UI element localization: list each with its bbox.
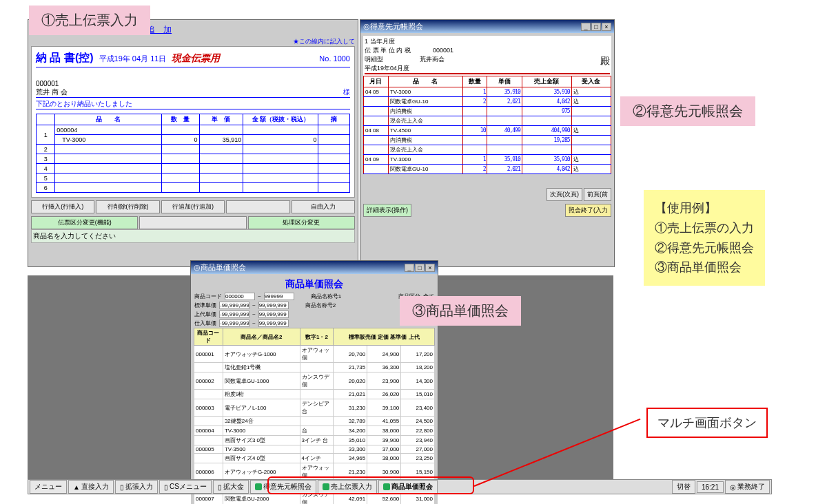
min-icon[interactable]: _ (405, 264, 414, 272)
std-to[interactable] (258, 302, 289, 309)
table-row[interactable]: 5 (37, 174, 350, 183)
usage-title: 【使用例】 (655, 198, 754, 218)
table-row[interactable]: 4 (37, 164, 350, 174)
lc4: 売上金額 (522, 76, 571, 87)
price-titlebar[interactable]: ◎ 商品単価照会 _□× (191, 261, 438, 274)
pc0: 商品コード (194, 328, 223, 346)
tb-zoom[interactable]: ▯拡大金 (213, 480, 249, 494)
lc1: 品 名 (388, 76, 462, 87)
table-row[interactable]: 内消費税975 (364, 107, 611, 116)
lc0: 月日 (364, 76, 389, 87)
table-row[interactable]: 現金売上入金 (364, 116, 611, 126)
tb-cs[interactable]: ▯CSメニュー (159, 480, 212, 494)
price-title: 商品単価照会 (194, 277, 435, 292)
lh3r: 殿 (600, 55, 610, 67)
multi-highlight (267, 476, 474, 494)
price-wtitle: 商品単価照会 (201, 262, 246, 273)
table-row[interactable]: 04 09TV-3000135,91035,910込 (364, 155, 611, 165)
cust-name: 荒井 商 会 (36, 87, 68, 97)
slip-no: No. 1000 (319, 54, 350, 63)
ledger-detail[interactable]: 詳細表示(操作) (363, 204, 411, 217)
fn-delete[interactable]: 行削除(行削除) (96, 200, 159, 213)
fl-r2: 商品名称号2 (305, 302, 336, 309)
ledger-prev[interactable]: 前頁(前 (584, 188, 611, 201)
min-icon[interactable]: _ (581, 23, 591, 31)
window-sales-slip: 票区分 現金売上 処理区分 追 加 ★この線内に記入して 納 品 書(控) 平成… (28, 19, 358, 267)
close-icon[interactable]: × (425, 264, 435, 272)
ledger-end[interactable]: 照会終了(入力 (565, 204, 611, 217)
anno-3: ③商品単価照会 (400, 296, 521, 326)
up-to[interactable] (258, 311, 289, 318)
table-row[interactable]: 粉度9桁 21,02126,02015,010 (194, 390, 435, 399)
table-row[interactable]: 000004TV-3000 台34,20038,00022,800 (194, 426, 435, 436)
table-row[interactable]: 04 08TV-45001040,499404,990込 (364, 126, 611, 136)
ledger-next[interactable]: 次頁(次頁) (547, 188, 582, 201)
table-row[interactable]: 000002関数電卓GU-1000カンスウデ 個20,02023,90014,3… (194, 372, 435, 390)
ledger-title: 得意先元帳照会 (370, 21, 423, 32)
table-row[interactable]: 2 (37, 145, 350, 154)
table-row[interactable]: 画面サイズ3 0型3インチ 台35,01039,90023,940 (194, 436, 435, 445)
ledger-titlebar[interactable]: ◎ 得意先元帳照会 _□× (360, 20, 614, 33)
table-row[interactable]: 6 (37, 183, 350, 193)
table-row[interactable]: 3 (37, 154, 350, 164)
table-row[interactable]: 32鍵盤24音 32,78941,05524,500 (194, 417, 435, 426)
lc2: 数量 (462, 76, 487, 87)
cust-code: 000001 (36, 80, 350, 87)
slip-title: 納 品 書(控) (36, 51, 94, 65)
up-from[interactable] (219, 311, 249, 318)
fn-prockind[interactable]: 処理区分変更 (248, 216, 355, 229)
fn-insert[interactable]: 行挿入(行挿入) (31, 200, 94, 213)
fl-std: 標準単価 (194, 302, 216, 309)
window-ledger: ◎ 得意先元帳照会 _□× 1 当年月度 伝 票 単 位 内 税 000001 … (360, 19, 615, 267)
lc3: 単価 (487, 76, 522, 87)
fn-blank2 (139, 216, 246, 229)
lh3v: 荒井商会 (420, 56, 445, 63)
task-icon (255, 483, 262, 490)
table-row[interactable]: 関数電卓GU-1022,0214,042込 (364, 97, 611, 107)
table-row[interactable]: 000003電子ピアノL-100デンシピア 台31,23039,10023,40… (194, 399, 435, 417)
table-row[interactable]: 内消費税19,285 (364, 136, 611, 145)
col-qty: 数 量 (162, 114, 200, 125)
usage-3: ③商品単価照会 (655, 258, 754, 277)
tb-menu[interactable]: メニュー (30, 480, 67, 494)
table-row[interactable]: 画面サイズ4 0型4インチ 34,96538,00023,250 (194, 454, 435, 463)
fn-slipkind[interactable]: 伝票区分変更(機能) (31, 216, 138, 229)
code-to[interactable] (264, 293, 294, 300)
table-row[interactable]: 04 05TV-3000135,91035,910込 (364, 87, 611, 97)
fn-free[interactable]: 自由入力 (292, 200, 355, 213)
max-icon[interactable]: □ (415, 264, 425, 272)
slip-date: 平成19年 04月 11日 (99, 54, 167, 64)
app-icon: ◎ (363, 22, 370, 31)
tb-ext[interactable]: ▯拡張入力 (115, 480, 158, 494)
table-row[interactable]: 1 000004 (37, 125, 350, 135)
slip-stamp: 現金伝票用 (172, 52, 220, 65)
hdr-r2[interactable]: 追 加 (147, 25, 172, 34)
table-row[interactable]: 塩化亜鉛1号機 21,73536,30018,200 (194, 363, 435, 372)
pc2: 数字1・2 (300, 328, 334, 346)
note: ★この線内に記入して (31, 37, 355, 46)
table-row[interactable]: 000005TV-3500 33,30037,00027,000 (194, 445, 435, 454)
table-row[interactable]: 000001オアウォッチG-1000オアウォッ 個20,70024,90017,… (194, 346, 435, 363)
sama: 様 (343, 87, 350, 97)
lh2v: 000001 (433, 47, 453, 54)
table-row[interactable]: TV-3000 0 35,910 0 (37, 135, 350, 145)
tb-end[interactable]: ◎業務終了 (725, 480, 770, 494)
slip-msg: 下記のとおり納品いたしました (36, 99, 350, 109)
buy-to[interactable] (258, 319, 289, 327)
std-from[interactable] (219, 302, 249, 309)
code-from[interactable] (225, 293, 255, 300)
table-row[interactable]: 関数電卓GU-1022,0214,042込 (364, 165, 611, 174)
window-price: ◎ 商品単価照会 _□× 商品単価照会 商品コード~商品名称号1商品区分全て 標… (190, 260, 438, 481)
max-icon[interactable]: □ (591, 23, 601, 31)
usage-box: 【使用例】 ①売上伝票の入力 ②得意先元帳照会 ③商品単価照会 (644, 190, 765, 286)
usage-1: ①売上伝票の入力 (655, 218, 754, 238)
col-amt: 金 額（税抜・税込） (243, 114, 318, 125)
tb-switch[interactable]: 切替 (672, 480, 695, 494)
fn-add[interactable]: 行追加(行追加) (161, 200, 225, 213)
close-icon[interactable]: × (602, 23, 611, 31)
table-row[interactable]: 現金売上入金 (364, 145, 611, 155)
buy-from[interactable] (219, 319, 249, 327)
fl-up: 上代単価 (194, 311, 216, 318)
tb-time: 16:21 (697, 481, 724, 493)
tb-direct[interactable]: ▲直接入力 (68, 480, 114, 494)
